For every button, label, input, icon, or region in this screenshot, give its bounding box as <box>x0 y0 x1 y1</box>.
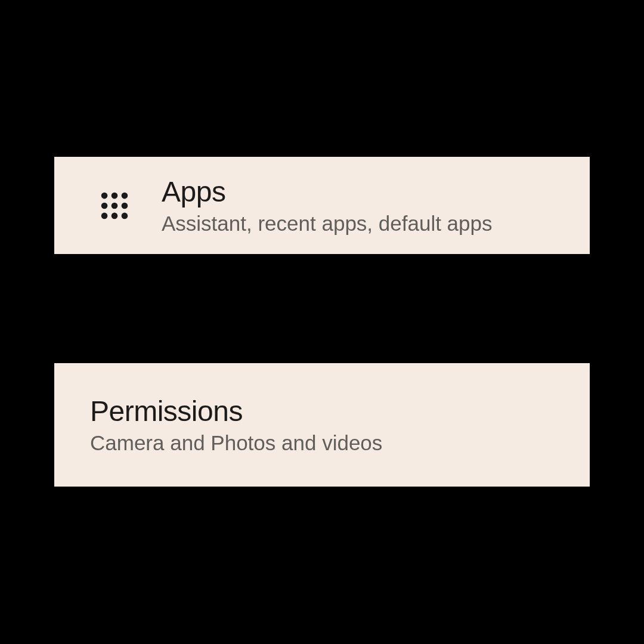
settings-item-permissions[interactable]: Permissions Camera and Photos and videos <box>54 363 590 487</box>
svg-point-2 <box>122 192 128 199</box>
svg-point-1 <box>112 192 118 199</box>
settings-item-apps[interactable]: Apps Assistant, recent apps, default app… <box>54 157 590 254</box>
settings-item-text: Apps Assistant, recent apps, default app… <box>162 175 493 236</box>
settings-item-title: Apps <box>162 175 493 208</box>
svg-point-3 <box>101 202 108 209</box>
settings-item-subtitle: Assistant, recent apps, default apps <box>162 212 493 236</box>
settings-item-subtitle: Camera and Photos and videos <box>90 431 382 455</box>
svg-point-0 <box>101 192 108 199</box>
settings-item-text: Permissions Camera and Photos and videos <box>90 395 382 455</box>
svg-point-5 <box>122 202 128 209</box>
settings-item-title: Permissions <box>90 395 382 428</box>
svg-point-4 <box>112 202 118 209</box>
svg-point-8 <box>122 212 128 219</box>
svg-point-6 <box>101 212 108 219</box>
apps-grid-icon <box>97 188 132 223</box>
svg-point-7 <box>112 212 118 219</box>
